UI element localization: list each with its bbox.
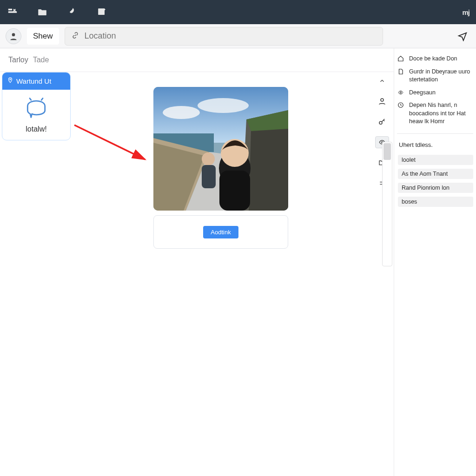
tab-strip: Tarloy Tade — [0, 48, 394, 72]
side-section-title: Uhert tdless. — [397, 141, 473, 148]
svg-point-5 — [198, 98, 249, 113]
main-panel: Tarloy Tade Wartund Ut — [0, 48, 394, 476]
photo-preview[interactable] — [153, 87, 288, 211]
location-input[interactable] — [85, 31, 376, 41]
svg-point-21 — [400, 92, 402, 93]
brand-label: mj — [462, 8, 469, 16]
location-bar: Shew — [0, 24, 476, 48]
side-item[interactable]: Depen Nis hanrl, n boocadions int tor Ha… — [397, 101, 473, 126]
svg-point-13 — [202, 152, 215, 165]
svg-point-18 — [381, 99, 383, 101]
side-item[interactable]: Deegsaun — [397, 89, 473, 97]
svg-rect-14 — [202, 165, 216, 188]
side-chip[interactable]: As the Aom Tnant — [398, 169, 473, 179]
eye-icon — [397, 89, 404, 96]
svg-marker-10 — [249, 124, 288, 211]
side-item-label: Doce be kade Don — [409, 55, 473, 63]
edit-icon[interactable] — [96, 6, 108, 18]
svg-point-19 — [379, 121, 382, 124]
pin-icon — [7, 77, 13, 85]
tool-person-icon[interactable] — [375, 95, 389, 107]
show-button[interactable]: Shew — [27, 28, 59, 45]
send-icon[interactable] — [455, 28, 470, 44]
app-menu-icon[interactable] — [7, 6, 19, 18]
side-item[interactable]: Doce be kade Don — [397, 55, 473, 63]
info-card[interactable]: Wartund Ut lotalw! — [2, 72, 71, 140]
svg-line-2 — [74, 125, 145, 159]
document-icon — [397, 68, 404, 75]
side-item-label: Depen Nis hanrl, n boocadions int tor Ha… — [409, 101, 473, 126]
tool-key-icon[interactable] — [375, 116, 389, 128]
tab-secondary[interactable]: Tade — [33, 56, 49, 64]
show-button-label: Shew — [33, 32, 53, 41]
side-separator — [397, 133, 473, 134]
link-icon — [72, 32, 79, 41]
side-chip[interactable]: boses — [398, 197, 473, 207]
scrollbar-thumb[interactable] — [383, 143, 391, 160]
clock-icon — [397, 101, 404, 109]
folder-icon[interactable] — [36, 6, 48, 18]
side-item-label: Deegsaun — [409, 89, 473, 97]
vertical-scrollbar[interactable] — [382, 142, 392, 266]
home-icon — [397, 55, 404, 62]
side-panel: Doce be kade Don Gurdr in Dbeyraue uuro … — [394, 48, 476, 476]
side-item-label: Gurdr in Dbeyraue uuro stertetation — [409, 68, 473, 84]
animal-icon — [23, 97, 49, 120]
brush-icon[interactable] — [66, 6, 78, 18]
svg-point-1 — [10, 79, 11, 80]
svg-rect-17 — [219, 171, 250, 211]
canvas-area: Wartund Ut lotalw! — [0, 72, 394, 474]
info-card-caption: lotalw! — [26, 125, 46, 133]
side-chip[interactable]: loolet — [398, 155, 473, 165]
side-chip[interactable]: Rand Pionriom lon — [398, 183, 473, 193]
annotation-arrow — [71, 122, 154, 169]
side-item[interactable]: Gurdr in Dbeyraue uuro stertetation — [397, 68, 473, 84]
tab-primary[interactable]: Tarloy — [8, 56, 28, 64]
info-card-title: Wartund Ut — [16, 77, 51, 85]
svg-point-0 — [12, 33, 15, 36]
profile-avatar[interactable] — [6, 28, 21, 44]
photo-action-bar: Aodtink — [153, 215, 288, 249]
info-card-header: Wartund Ut — [2, 73, 70, 90]
app-titlebar: mj — [0, 0, 476, 24]
svg-point-4 — [163, 106, 200, 119]
tool-collapse-icon[interactable] — [375, 75, 389, 87]
photo-action-button[interactable]: Aodtink — [203, 226, 238, 238]
location-input-wrap — [65, 27, 383, 46]
